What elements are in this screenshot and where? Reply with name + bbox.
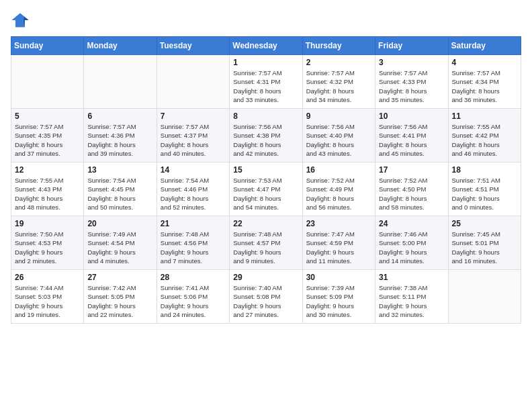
day-of-week-header: Wednesday (230, 37, 302, 55)
day-info: Sunrise: 7:41 AM Sunset: 5:06 PM Dayligh… (161, 283, 226, 319)
day-number: 17 (379, 165, 444, 175)
day-info: Sunrise: 7:57 AM Sunset: 4:36 PM Dayligh… (87, 122, 152, 158)
calendar-day-cell: 16Sunrise: 7:52 AM Sunset: 4:49 PM Dayli… (302, 163, 375, 216)
logo-icon (11, 11, 30, 30)
day-number: 13 (87, 165, 152, 175)
day-of-week-header: Friday (375, 37, 448, 55)
day-info: Sunrise: 7:52 AM Sunset: 4:50 PM Dayligh… (379, 176, 444, 212)
day-info: Sunrise: 7:49 AM Sunset: 4:54 PM Dayligh… (87, 230, 152, 265)
calendar-day-cell: 20Sunrise: 7:49 AM Sunset: 4:54 PM Dayli… (84, 216, 157, 270)
calendar-day-cell: 26Sunrise: 7:44 AM Sunset: 5:03 PM Dayli… (11, 270, 84, 324)
day-number: 6 (87, 111, 152, 121)
day-info: Sunrise: 7:48 AM Sunset: 4:56 PM Dayligh… (161, 230, 226, 265)
calendar-day-cell: 22Sunrise: 7:48 AM Sunset: 4:57 PM Dayli… (230, 216, 302, 270)
calendar-day-cell: 29Sunrise: 7:40 AM Sunset: 5:08 PM Dayli… (230, 270, 302, 324)
calendar-week-row: 5Sunrise: 7:57 AM Sunset: 4:35 PM Daylig… (11, 109, 521, 163)
day-info: Sunrise: 7:57 AM Sunset: 4:32 PM Dayligh… (306, 68, 371, 104)
page-header (11, 11, 521, 30)
day-info: Sunrise: 7:57 AM Sunset: 4:37 PM Dayligh… (161, 122, 226, 158)
day-of-week-header: Sunday (11, 37, 84, 55)
calendar-day-cell (448, 270, 521, 324)
day-info: Sunrise: 7:57 AM Sunset: 4:34 PM Dayligh… (452, 68, 517, 104)
day-number: 26 (15, 273, 80, 282)
day-number: 10 (379, 111, 444, 121)
calendar-day-cell: 15Sunrise: 7:53 AM Sunset: 4:47 PM Dayli… (230, 163, 302, 216)
day-of-week-header: Tuesday (157, 37, 229, 55)
calendar-day-cell: 14Sunrise: 7:54 AM Sunset: 4:46 PM Dayli… (157, 163, 229, 216)
calendar-day-cell: 5Sunrise: 7:57 AM Sunset: 4:35 PM Daylig… (11, 109, 84, 163)
day-number: 21 (161, 219, 226, 228)
calendar-day-cell: 30Sunrise: 7:39 AM Sunset: 5:09 PM Dayli… (302, 270, 375, 324)
day-info: Sunrise: 7:56 AM Sunset: 4:38 PM Dayligh… (233, 122, 298, 158)
day-info: Sunrise: 7:46 AM Sunset: 5:00 PM Dayligh… (379, 230, 444, 265)
calendar-day-cell: 2Sunrise: 7:57 AM Sunset: 4:32 PM Daylig… (302, 55, 375, 109)
day-number: 28 (161, 273, 226, 282)
day-number: 31 (379, 273, 444, 282)
calendar-day-cell: 4Sunrise: 7:57 AM Sunset: 4:34 PM Daylig… (448, 55, 521, 109)
day-number: 3 (379, 58, 444, 67)
calendar-day-cell: 9Sunrise: 7:56 AM Sunset: 4:40 PM Daylig… (302, 109, 375, 163)
day-number: 27 (87, 273, 152, 282)
calendar-day-cell: 11Sunrise: 7:55 AM Sunset: 4:42 PM Dayli… (448, 109, 521, 163)
day-info: Sunrise: 7:47 AM Sunset: 4:59 PM Dayligh… (306, 230, 371, 265)
calendar-week-row: 1Sunrise: 7:57 AM Sunset: 4:31 PM Daylig… (11, 55, 521, 109)
calendar-day-cell: 21Sunrise: 7:48 AM Sunset: 4:56 PM Dayli… (157, 216, 229, 270)
day-number: 30 (306, 273, 371, 282)
calendar-day-cell: 7Sunrise: 7:57 AM Sunset: 4:37 PM Daylig… (157, 109, 229, 163)
day-number: 20 (87, 219, 152, 228)
day-number: 4 (452, 58, 517, 67)
calendar-day-cell: 27Sunrise: 7:42 AM Sunset: 5:05 PM Dayli… (84, 270, 157, 324)
day-number: 1 (233, 58, 298, 67)
day-number: 2 (306, 58, 371, 67)
day-info: Sunrise: 7:54 AM Sunset: 4:46 PM Dayligh… (161, 176, 226, 212)
day-number: 14 (161, 165, 226, 175)
calendar-day-cell: 25Sunrise: 7:45 AM Sunset: 5:01 PM Dayli… (448, 216, 521, 270)
day-info: Sunrise: 7:57 AM Sunset: 4:31 PM Dayligh… (233, 68, 298, 104)
day-info: Sunrise: 7:39 AM Sunset: 5:09 PM Dayligh… (306, 283, 371, 319)
calendar-day-cell: 12Sunrise: 7:55 AM Sunset: 4:43 PM Dayli… (11, 163, 84, 216)
calendar-day-cell: 6Sunrise: 7:57 AM Sunset: 4:36 PM Daylig… (84, 109, 157, 163)
day-of-week-header: Thursday (302, 37, 375, 55)
day-number: 8 (233, 111, 298, 121)
day-of-week-header: Saturday (448, 37, 521, 55)
calendar-day-cell: 24Sunrise: 7:46 AM Sunset: 5:00 PM Dayli… (375, 216, 448, 270)
day-number: 23 (306, 219, 371, 228)
calendar-day-cell: 10Sunrise: 7:56 AM Sunset: 4:41 PM Dayli… (375, 109, 448, 163)
day-number: 25 (452, 219, 517, 228)
day-info: Sunrise: 7:54 AM Sunset: 4:45 PM Dayligh… (87, 176, 152, 212)
calendar-day-cell: 1Sunrise: 7:57 AM Sunset: 4:31 PM Daylig… (230, 55, 302, 109)
day-info: Sunrise: 7:45 AM Sunset: 5:01 PM Dayligh… (452, 230, 517, 265)
day-number: 9 (306, 111, 371, 121)
day-number: 7 (161, 111, 226, 121)
day-info: Sunrise: 7:51 AM Sunset: 4:51 PM Dayligh… (452, 176, 517, 212)
calendar-day-cell: 17Sunrise: 7:52 AM Sunset: 4:50 PM Dayli… (375, 163, 448, 216)
calendar-day-cell: 13Sunrise: 7:54 AM Sunset: 4:45 PM Dayli… (84, 163, 157, 216)
day-number: 18 (452, 165, 517, 175)
calendar-week-row: 26Sunrise: 7:44 AM Sunset: 5:03 PM Dayli… (11, 270, 521, 324)
calendar-day-cell (84, 55, 157, 109)
day-info: Sunrise: 7:44 AM Sunset: 5:03 PM Dayligh… (15, 283, 80, 319)
day-number: 12 (15, 165, 80, 175)
day-info: Sunrise: 7:56 AM Sunset: 4:40 PM Dayligh… (306, 122, 371, 158)
day-number: 5 (15, 111, 80, 121)
day-info: Sunrise: 7:57 AM Sunset: 4:35 PM Dayligh… (15, 122, 80, 158)
day-of-week-header: Monday (84, 37, 157, 55)
calendar-week-row: 19Sunrise: 7:50 AM Sunset: 4:53 PM Dayli… (11, 216, 521, 270)
day-info: Sunrise: 7:40 AM Sunset: 5:08 PM Dayligh… (233, 283, 298, 319)
day-info: Sunrise: 7:50 AM Sunset: 4:53 PM Dayligh… (15, 230, 80, 265)
day-info: Sunrise: 7:42 AM Sunset: 5:05 PM Dayligh… (87, 283, 152, 319)
day-info: Sunrise: 7:48 AM Sunset: 4:57 PM Dayligh… (233, 230, 298, 265)
calendar-day-cell: 8Sunrise: 7:56 AM Sunset: 4:38 PM Daylig… (230, 109, 302, 163)
day-info: Sunrise: 7:55 AM Sunset: 4:42 PM Dayligh… (452, 122, 517, 158)
day-number: 16 (306, 165, 371, 175)
day-number: 29 (233, 273, 298, 282)
calendar-day-cell: 3Sunrise: 7:57 AM Sunset: 4:33 PM Daylig… (375, 55, 448, 109)
day-number: 11 (452, 111, 517, 121)
calendar-day-cell (11, 55, 84, 109)
day-number: 15 (233, 165, 298, 175)
calendar-week-row: 12Sunrise: 7:55 AM Sunset: 4:43 PM Dayli… (11, 163, 521, 216)
calendar-header-row: SundayMondayTuesdayWednesdayThursdayFrid… (11, 37, 521, 55)
calendar-day-cell: 19Sunrise: 7:50 AM Sunset: 4:53 PM Dayli… (11, 216, 84, 270)
calendar-day-cell: 18Sunrise: 7:51 AM Sunset: 4:51 PM Dayli… (448, 163, 521, 216)
day-info: Sunrise: 7:52 AM Sunset: 4:49 PM Dayligh… (306, 176, 371, 212)
